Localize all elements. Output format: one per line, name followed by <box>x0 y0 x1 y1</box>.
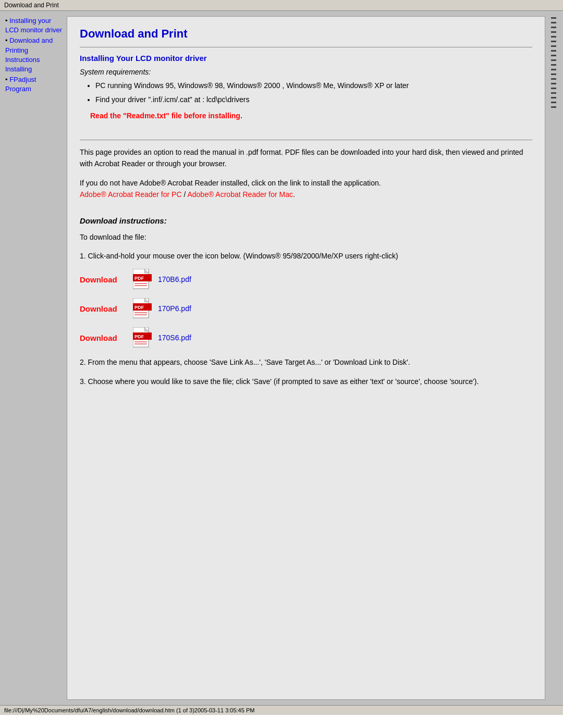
status-bar: file:///D|/My%20Documents/dfu/A7/english… <box>0 705 563 715</box>
divider-1 <box>80 47 532 47</box>
req-item-2: Find your driver ".inf/.icm/.cat" at : l… <box>95 94 532 105</box>
sidebar-item-fpadjust[interactable]: FPadjust Program <box>5 75 63 94</box>
svg-text:PDF: PDF <box>134 276 144 281</box>
step-intro-text: To download the file: <box>80 231 532 243</box>
slash-separator: / <box>182 190 188 199</box>
tick-4 <box>551 31 556 33</box>
content-frame: Download and Print Installing Your LCD m… <box>67 16 545 700</box>
sidebar-link-download-printing[interactable]: Download and Printing Instructions Insta… <box>5 36 53 73</box>
req-item-1: PC running Windows 95, Windows® 98, Wind… <box>95 80 532 91</box>
sidebar-item-download-printing[interactable]: Download and Printing Instructions Insta… <box>5 36 63 74</box>
sidebar: Installing your LCD monitor driver Downl… <box>5 16 63 700</box>
system-req-label: System requirements: <box>80 68 532 76</box>
tick-15 <box>551 83 556 84</box>
status-bar-text: file:///D|/My%20Documents/dfu/A7/english… <box>4 707 254 713</box>
main-area: Installing your LCD monitor driver Downl… <box>0 11 563 705</box>
pdf-icon-2: PDF <box>133 298 152 319</box>
tick-6 <box>551 41 556 42</box>
acrobat-mac-link[interactable]: Adobe® Acrobat Reader for Mac <box>187 190 293 199</box>
tick-16 <box>551 88 556 89</box>
scroll-ticks <box>549 16 558 700</box>
tick-14 <box>551 78 556 80</box>
title-bar-text: Download and Print <box>4 2 59 9</box>
tick-19 <box>551 102 556 103</box>
requirements-list: PC running Windows 95, Windows® 98, Wind… <box>95 80 532 105</box>
download-link-3[interactable]: Download <box>80 334 127 342</box>
acrobat-pc-link[interactable]: Adobe® Acrobat Reader for PC <box>80 190 182 199</box>
tick-20 <box>551 106 556 108</box>
svg-text:PDF: PDF <box>134 334 144 339</box>
tick-9 <box>551 55 556 56</box>
intro-paragraph-2: If you do not have Adobe® Acrobat Reader… <box>80 177 532 201</box>
tick-10 <box>551 59 556 61</box>
download-link-2[interactable]: Download <box>80 304 127 313</box>
warning-text: Read the "Readme.txt" file before instal… <box>90 112 532 120</box>
pdf-file-link-3[interactable]: 170S6.pdf <box>158 334 191 342</box>
tick-12 <box>551 69 556 70</box>
tick-18 <box>551 97 556 98</box>
tick-1 <box>551 17 556 19</box>
intro-p2-text: If you do not have Adobe® Acrobat Reader… <box>80 179 381 187</box>
tick-13 <box>551 73 556 75</box>
pdf-icon-1: PDF <box>133 269 152 290</box>
pdf-file-link-1[interactable]: 170B6.pdf <box>158 275 191 283</box>
divider-2 <box>80 140 532 140</box>
sidebar-link-fpadjust[interactable]: FPadjust Program <box>5 76 36 93</box>
step3-text: 3. Choose where you would like to save t… <box>80 376 532 387</box>
download-row-1: Download PDF 170B6.pdf <box>80 269 532 290</box>
pdf-file-link-2[interactable]: 170P6.pdf <box>158 304 191 313</box>
tick-8 <box>551 50 556 52</box>
download-instructions-heading: Download instructions: <box>80 216 532 225</box>
sidebar-item-installing-lcd[interactable]: Installing your LCD monitor driver <box>5 16 63 35</box>
sidebar-nav: Installing your LCD monitor driver Downl… <box>5 16 63 94</box>
pdf-icon-3: PDF <box>133 327 152 348</box>
download-link-1[interactable]: Download <box>80 275 127 284</box>
download-row-3: Download PDF 170S6.pdf <box>80 327 532 348</box>
tick-3 <box>551 27 556 28</box>
step2-text: 2. From the menu that appears, choose 'S… <box>80 356 532 368</box>
tick-5 <box>551 36 556 38</box>
svg-text:PDF: PDF <box>134 305 144 310</box>
intro-paragraph-1: This page provides an option to read the… <box>80 146 532 170</box>
page-title: Download and Print <box>80 27 532 41</box>
tick-17 <box>551 92 556 94</box>
section-heading-lcd: Installing Your LCD monitor driver <box>80 54 532 63</box>
title-bar: Download and Print <box>0 0 563 11</box>
download-row-2: Download PDF 170P6.pdf <box>80 298 532 319</box>
tick-11 <box>551 64 556 66</box>
tick-7 <box>551 45 556 47</box>
tick-2 <box>551 22 556 23</box>
sidebar-link-installing-lcd[interactable]: Installing your LCD monitor driver <box>5 17 62 34</box>
step1-text: 1. Click-and-hold your mouse over the ic… <box>80 250 532 262</box>
